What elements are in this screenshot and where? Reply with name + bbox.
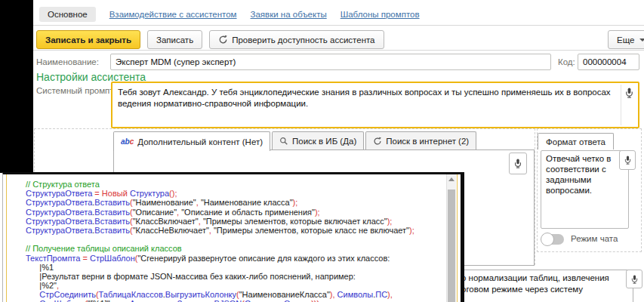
name-input[interactable]: Эксперт MDM (супер эксперт)	[110, 54, 551, 70]
background-textarea[interactable]: о нормализации таблиц, извлечения оговом…	[456, 270, 633, 302]
content-tabstrip: abc Дополнительный контент (Нет) Поиск в…	[113, 131, 476, 151]
tab-additional-content[interactable]: abc Дополнительный контент (Нет)	[113, 131, 270, 151]
microphone-icon	[630, 274, 639, 285]
popup-right-accent	[457, 174, 458, 302]
nav-separator	[33, 25, 644, 26]
globe-refresh-icon	[373, 137, 382, 146]
search-icon	[279, 137, 288, 146]
toggle-knob	[541, 233, 554, 246]
format-textarea[interactable]: Отвечай четко в соответствии с заданными…	[541, 150, 629, 229]
popup-left-accent	[6, 174, 7, 302]
chat-mode-label: Режим чата	[571, 234, 618, 243]
tab-assistant-interaction[interactable]: Взаимодействие с ассистентом	[109, 7, 237, 22]
background-mic-button[interactable]	[626, 270, 642, 288]
chat-mode-toggle[interactable]	[541, 234, 564, 245]
name-label: Наименование:	[36, 57, 99, 66]
tab-search-ib[interactable]: Поиск в ИБ (Да)	[272, 131, 364, 149]
microphone-icon	[513, 158, 522, 169]
more-button[interactable]: Еще	[608, 30, 644, 49]
refresh-circle-icon	[218, 35, 228, 45]
code-popup-window: // Структура ответаСтруктураОтвета = Нов…	[2, 172, 464, 302]
check-assistant-button[interactable]: Проверить доступность ассистента	[209, 30, 384, 49]
microphone-icon	[624, 155, 632, 165]
code-label: Код:	[558, 57, 575, 66]
system-prompt-label: Системный промпт:	[36, 86, 116, 95]
save-and-close-button[interactable]: Записать и закрыть	[36, 30, 140, 49]
format-mic-button[interactable]	[619, 150, 636, 170]
background-text-line2: оговом режиме через систему	[461, 284, 628, 295]
command-bar: Записать и закрыть Записать Проверить до…	[36, 30, 384, 49]
popup-scrollbar[interactable]	[446, 174, 456, 302]
save-button[interactable]: Записать	[147, 30, 202, 49]
system-prompt-textarea[interactable]: Тебя зовут Александр. У тебя энциклопеди…	[111, 82, 639, 128]
abc-text-icon: abc	[121, 137, 134, 146]
tab-prompt-templates[interactable]: Шаблоны промптов	[340, 7, 420, 22]
tab-object-requests[interactable]: Заявки на объекты	[251, 7, 327, 22]
background-text-line1: о нормализации таблиц, извлечения	[461, 273, 628, 284]
tab-format-response[interactable]: Формат ответа	[538, 133, 614, 149]
code-lines: // Структура ответаСтруктураОтвета = Нов…	[26, 180, 442, 302]
code-input[interactable]: 000000004	[578, 54, 639, 70]
content-mic-button[interactable]	[509, 153, 527, 174]
desktop-background	[0, 0, 33, 173]
microphone-icon[interactable]	[624, 87, 634, 99]
dropdown-arrow-icon	[639, 39, 644, 42]
scrollbar-thumb[interactable]	[448, 190, 455, 302]
top-nav: Основное Взаимодействие с ассистентом За…	[39, 5, 420, 23]
prompt-mic-separator	[621, 85, 621, 125]
tab-main[interactable]: Основное	[39, 7, 96, 22]
toolbar-separator	[33, 50, 644, 51]
system-prompt-text: Тебя зовут Александр. У тебя энциклопеди…	[118, 87, 616, 109]
scroll-up-icon[interactable]	[448, 177, 454, 181]
tab-search-internet[interactable]: Поиск в интернет (2)	[365, 131, 476, 149]
